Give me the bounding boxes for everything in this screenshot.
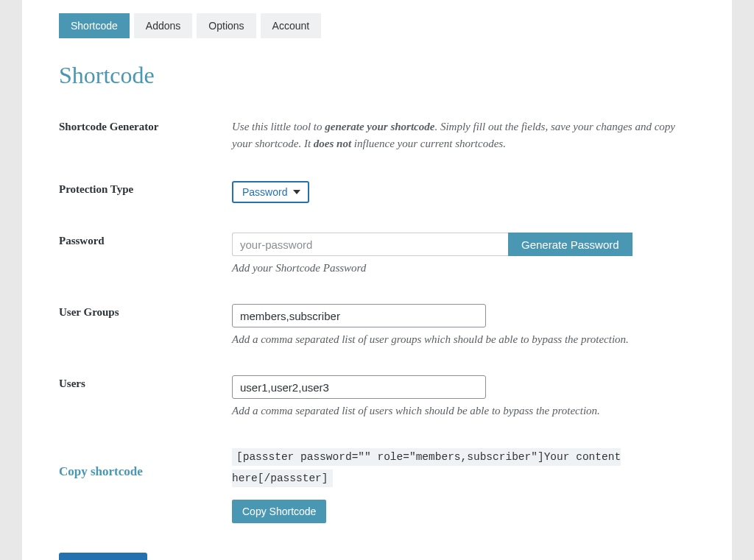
- page-title: Shortcode: [59, 62, 695, 89]
- users-hint: Add a comma separated list of users whic…: [232, 405, 695, 417]
- settings-panel: Shortcode Addons Options Account Shortco…: [22, 0, 732, 560]
- chevron-down-icon: [293, 190, 300, 194]
- protection-type-select[interactable]: Password: [232, 181, 309, 203]
- generate-password-button[interactable]: Generate Password: [508, 233, 633, 256]
- user-groups-label: User Groups: [59, 306, 119, 318]
- tab-addons[interactable]: Addons: [134, 13, 192, 38]
- copy-shortcode-label: Copy shortcode: [59, 464, 143, 478]
- password-label: Password: [59, 235, 105, 247]
- users-label: Users: [59, 378, 85, 389]
- tab-account[interactable]: Account: [261, 13, 322, 38]
- generator-intro: Use this little tool to generate your sh…: [232, 118, 695, 152]
- password-input[interactable]: [232, 233, 508, 256]
- save-changes-button[interactable]: Save Changes: [59, 553, 147, 560]
- tab-bar: Shortcode Addons Options Account: [59, 13, 695, 38]
- protection-type-value: Password: [242, 186, 287, 198]
- user-groups-hint: Add a comma separated list of user group…: [232, 333, 695, 346]
- tab-shortcode[interactable]: Shortcode: [59, 13, 130, 38]
- tab-options[interactable]: Options: [197, 13, 256, 38]
- password-hint: Add your Shortcode Password: [232, 262, 695, 274]
- protection-type-label: Protection Type: [59, 183, 133, 195]
- generator-label: Shortcode Generator: [59, 121, 158, 132]
- shortcode-output: [passster password="" role="members,subs…: [232, 447, 695, 489]
- user-groups-input[interactable]: [232, 304, 486, 327]
- users-input[interactable]: [232, 375, 486, 399]
- copy-shortcode-button[interactable]: Copy Shortcode: [232, 500, 326, 523]
